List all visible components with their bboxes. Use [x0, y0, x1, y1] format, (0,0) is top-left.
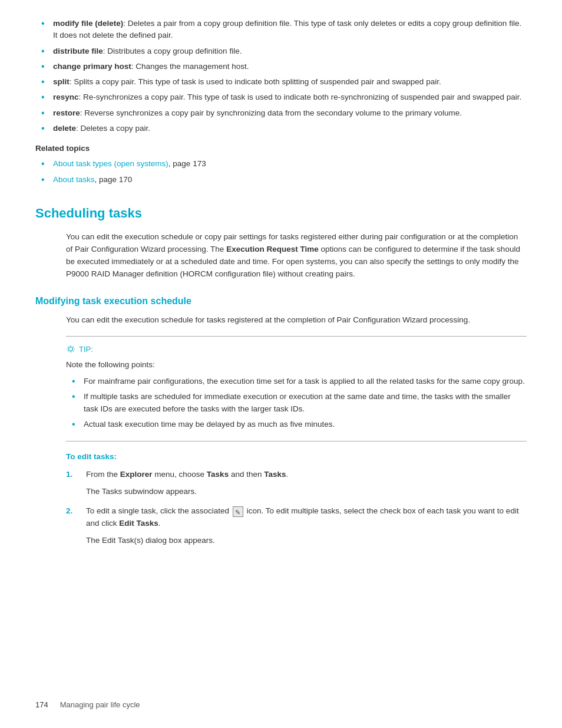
procedure-heading: To edit tasks:: [66, 451, 527, 463]
step-2-number: 2.: [66, 505, 78, 517]
edit-task-icon: [233, 506, 243, 517]
footer-text: Managing pair life cycle: [60, 699, 140, 711]
desc: : Distributes a copy group definition fi…: [103, 47, 242, 55]
related-link-2[interactable]: About tasks: [53, 175, 95, 184]
term: change primary host: [53, 62, 131, 71]
step-1-container: 1. From the Explorer menu, choose Tasks …: [66, 469, 527, 498]
related-topics: Related topics About task types (open sy…: [35, 143, 527, 186]
term: modify file (delete): [53, 19, 123, 28]
scheduling-tasks-heading: Scheduling tasks: [35, 203, 527, 223]
modifying-heading: Modifying task execution schedule: [35, 294, 527, 308]
bullet-list: modify file (delete): Deletes a pair fro…: [35, 18, 527, 134]
step-2-container: 2. To edit a single task, click the asso…: [66, 505, 527, 547]
svg-point-0: [69, 347, 73, 351]
step-1-row: 1. From the Explorer menu, choose Tasks …: [66, 469, 527, 481]
tip-note: Note the following points:: [66, 359, 527, 371]
list-item: resync: Re-synchronizes a copy pair. Thi…: [41, 91, 527, 103]
related-topic-item: About task types (open systems), page 17…: [41, 158, 527, 170]
list-item: delete: Deletes a copy pair.: [41, 123, 527, 134]
related-link-2-suffix: , page 170: [95, 175, 133, 184]
step-2-row: 2. To edit a single task, click the asso…: [66, 505, 527, 530]
step-1-number: 1.: [66, 469, 78, 480]
tip-box: TIP: Note the following points: For main…: [66, 336, 527, 442]
tip-icon: [66, 345, 75, 354]
list-item: change primary host: Changes the managem…: [41, 61, 527, 73]
term: restore: [53, 108, 80, 117]
footer-page-number: 174: [35, 699, 48, 711]
page-footer: 174 Managing pair life cycle: [35, 699, 527, 711]
desc: : Deletes a pair from a copy group defin…: [53, 19, 521, 39]
svg-line-6: [73, 351, 74, 351]
desc: : Re-synchronizes a copy pair. This type…: [79, 93, 522, 101]
term: resync: [53, 93, 79, 101]
list-item: restore: Reverse synchronizes a copy pai…: [41, 107, 527, 119]
execution-request-time-bold: Execution Request Time: [226, 245, 319, 253]
scheduling-tasks-body: You can edit the execution schedule or c…: [66, 231, 527, 281]
desc: : Reverse synchronizes a copy pair by sy…: [80, 108, 462, 117]
desc: : Changes the management host.: [131, 62, 249, 71]
desc: : Splits a copy pair. This type of task …: [70, 77, 441, 86]
related-topics-list: About task types (open systems), page 17…: [35, 158, 527, 186]
list-item: distribute file: Distributes a copy grou…: [41, 45, 527, 57]
tip-list: For mainframe pair configurations, the e…: [66, 375, 527, 430]
related-link-1-suffix: , page 173: [168, 159, 206, 168]
related-topics-heading: Related topics: [35, 143, 527, 154]
tasks-bold-2: Tasks: [264, 470, 286, 479]
explorer-bold: Explorer: [120, 470, 153, 479]
step-2-content: To edit a single task, click the associa…: [86, 505, 527, 530]
modifying-body: You can edit the execution schedule for …: [66, 314, 527, 327]
term: delete: [53, 124, 76, 133]
list-item: split: Splits a copy pair. This type of …: [41, 76, 527, 88]
svg-line-7: [68, 351, 68, 351]
tip-item-2: If multiple tasks are scheduled for imme…: [72, 391, 527, 415]
step-2-subtext: The Edit Task(s) dialog box appears.: [86, 535, 527, 547]
tip-item-1: For mainframe pair configurations, the e…: [72, 375, 527, 387]
related-topic-item: About tasks, page 170: [41, 174, 527, 186]
term: distribute file: [53, 47, 103, 55]
svg-line-8: [73, 347, 74, 347]
step-1-subtext: The Tasks subwindow appears.: [86, 486, 527, 498]
tip-label-text: TIP:: [79, 344, 93, 355]
related-link-1[interactable]: About task types (open systems): [53, 159, 168, 168]
term: split: [53, 77, 70, 86]
tip-label: TIP:: [66, 344, 527, 355]
svg-line-5: [68, 347, 68, 347]
page: modify file (delete): Deletes a pair fro…: [0, 0, 562, 728]
step-1-content: From the Explorer menu, choose Tasks and…: [86, 469, 527, 481]
tasks-bold-1: Tasks: [207, 470, 229, 479]
tip-item-3: Actual task execution time may be delaye…: [72, 419, 527, 430]
list-item: modify file (delete): Deletes a pair fro…: [41, 18, 527, 42]
edit-tasks-bold: Edit Tasks: [119, 519, 158, 528]
desc: : Deletes a copy pair.: [76, 124, 150, 133]
